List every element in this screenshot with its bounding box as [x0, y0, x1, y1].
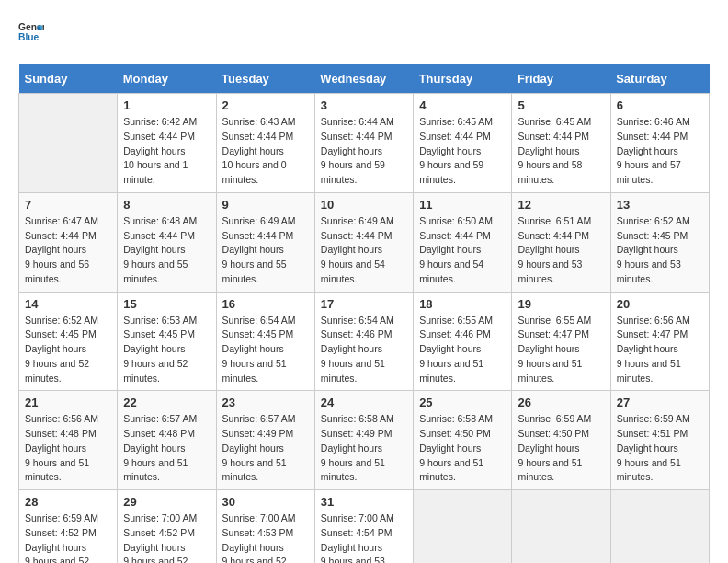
- day-info: Sunrise: 6:58 AM Sunset: 4:50 PM Dayligh…: [419, 412, 506, 485]
- calendar-cell: 15 Sunrise: 6:53 AM Sunset: 4:45 PM Dayl…: [118, 292, 216, 391]
- calendar-cell: 30 Sunrise: 7:00 AM Sunset: 4:53 PM Dayl…: [216, 490, 314, 564]
- calendar-cell: 16 Sunrise: 6:54 AM Sunset: 4:45 PM Dayl…: [216, 292, 314, 391]
- day-number: 13: [617, 198, 703, 212]
- day-number: 16: [222, 297, 309, 311]
- day-number: 31: [321, 495, 407, 509]
- day-info: Sunrise: 6:57 AM Sunset: 4:49 PM Dayligh…: [222, 412, 309, 485]
- calendar-cell: 14 Sunrise: 6:52 AM Sunset: 4:45 PM Dayl…: [19, 292, 118, 391]
- day-number: 19: [518, 297, 604, 311]
- day-info: Sunrise: 6:42 AM Sunset: 4:44 PM Dayligh…: [123, 115, 210, 188]
- calendar-cell: 1 Sunrise: 6:42 AM Sunset: 4:44 PM Dayli…: [118, 94, 216, 193]
- calendar-cell: [414, 490, 512, 564]
- day-number: 8: [123, 198, 210, 212]
- calendar-cell: 3 Sunrise: 6:44 AM Sunset: 4:44 PM Dayli…: [314, 94, 413, 193]
- calendar-cell: 8 Sunrise: 6:48 AM Sunset: 4:44 PM Dayli…: [118, 192, 216, 292]
- calendar-cell: [512, 490, 610, 564]
- day-info: Sunrise: 6:54 AM Sunset: 4:45 PM Dayligh…: [222, 314, 309, 386]
- calendar-cell: 23 Sunrise: 6:57 AM Sunset: 4:49 PM Dayl…: [216, 391, 314, 490]
- calendar-cell: 24 Sunrise: 6:58 AM Sunset: 4:49 PM Dayl…: [314, 391, 413, 490]
- calendar-cell: 20 Sunrise: 6:56 AM Sunset: 4:47 PM Dayl…: [610, 292, 709, 391]
- day-info: Sunrise: 7:00 AM Sunset: 4:53 PM Dayligh…: [222, 511, 309, 563]
- day-info: Sunrise: 6:49 AM Sunset: 4:44 PM Dayligh…: [222, 214, 309, 287]
- calendar-cell: 9 Sunrise: 6:49 AM Sunset: 4:44 PM Dayli…: [216, 192, 314, 292]
- calendar-cell: 7 Sunrise: 6:47 AM Sunset: 4:44 PM Dayli…: [19, 192, 118, 292]
- calendar-cell: 28 Sunrise: 6:59 AM Sunset: 4:52 PM Dayl…: [19, 490, 118, 564]
- calendar-cell: 4 Sunrise: 6:45 AM Sunset: 4:44 PM Dayli…: [414, 94, 512, 193]
- calendar-cell: 13 Sunrise: 6:52 AM Sunset: 4:45 PM Dayl…: [610, 192, 709, 292]
- calendar-cell: 21 Sunrise: 6:56 AM Sunset: 4:48 PM Dayl…: [19, 391, 118, 490]
- calendar-cell: 5 Sunrise: 6:45 AM Sunset: 4:44 PM Dayli…: [512, 94, 610, 193]
- day-info: Sunrise: 6:55 AM Sunset: 4:46 PM Dayligh…: [419, 314, 506, 386]
- day-info: Sunrise: 6:43 AM Sunset: 4:44 PM Dayligh…: [222, 115, 309, 188]
- day-number: 3: [321, 98, 407, 112]
- calendar-cell: 11 Sunrise: 6:50 AM Sunset: 4:44 PM Dayl…: [414, 192, 512, 292]
- day-number: 6: [617, 98, 703, 112]
- calendar-cell: 17 Sunrise: 6:54 AM Sunset: 4:46 PM Dayl…: [314, 292, 413, 391]
- day-info: Sunrise: 6:57 AM Sunset: 4:48 PM Dayligh…: [123, 412, 210, 485]
- calendar-cell: 25 Sunrise: 6:58 AM Sunset: 4:50 PM Dayl…: [414, 391, 512, 490]
- day-number: 10: [321, 198, 407, 212]
- day-info: Sunrise: 6:45 AM Sunset: 4:44 PM Dayligh…: [419, 115, 506, 188]
- day-info: Sunrise: 7:00 AM Sunset: 4:52 PM Dayligh…: [123, 511, 210, 563]
- day-number: 18: [419, 297, 506, 311]
- day-info: Sunrise: 6:59 AM Sunset: 4:51 PM Dayligh…: [617, 412, 703, 485]
- day-number: 29: [123, 495, 210, 509]
- day-info: Sunrise: 6:47 AM Sunset: 4:44 PM Dayligh…: [25, 214, 111, 287]
- day-header-tuesday: Tuesday: [216, 64, 314, 94]
- calendar-cell: 31 Sunrise: 7:00 AM Sunset: 4:54 PM Dayl…: [314, 490, 413, 564]
- day-number: 4: [419, 98, 506, 112]
- day-header-friday: Friday: [512, 64, 610, 94]
- day-number: 14: [25, 297, 111, 311]
- day-info: Sunrise: 6:50 AM Sunset: 4:44 PM Dayligh…: [419, 214, 506, 287]
- day-number: 11: [419, 198, 506, 212]
- day-info: Sunrise: 6:54 AM Sunset: 4:46 PM Dayligh…: [321, 314, 407, 386]
- calendar-cell: 26 Sunrise: 6:59 AM Sunset: 4:50 PM Dayl…: [512, 391, 610, 490]
- day-number: 9: [222, 198, 309, 212]
- calendar-cell: 2 Sunrise: 6:43 AM Sunset: 4:44 PM Dayli…: [216, 94, 314, 193]
- day-info: Sunrise: 6:46 AM Sunset: 4:44 PM Dayligh…: [617, 115, 703, 188]
- day-number: 28: [25, 495, 111, 509]
- day-number: 2: [222, 98, 309, 112]
- day-info: Sunrise: 6:51 AM Sunset: 4:44 PM Dayligh…: [518, 214, 604, 287]
- day-info: Sunrise: 6:45 AM Sunset: 4:44 PM Dayligh…: [518, 115, 604, 188]
- day-info: Sunrise: 6:52 AM Sunset: 4:45 PM Dayligh…: [25, 314, 111, 386]
- day-header-thursday: Thursday: [414, 64, 512, 94]
- day-header-sunday: Sunday: [19, 64, 118, 94]
- calendar-cell: 27 Sunrise: 6:59 AM Sunset: 4:51 PM Dayl…: [610, 391, 709, 490]
- day-number: 7: [25, 198, 111, 212]
- calendar-cell: 12 Sunrise: 6:51 AM Sunset: 4:44 PM Dayl…: [512, 192, 610, 292]
- calendar-cell: 19 Sunrise: 6:55 AM Sunset: 4:47 PM Dayl…: [512, 292, 610, 391]
- day-number: 17: [321, 297, 407, 311]
- day-number: 23: [222, 396, 309, 409]
- day-info: Sunrise: 6:49 AM Sunset: 4:44 PM Dayligh…: [321, 214, 407, 287]
- day-number: 25: [419, 396, 506, 409]
- calendar-cell: 29 Sunrise: 7:00 AM Sunset: 4:52 PM Dayl…: [118, 490, 216, 564]
- calendar-cell: 22 Sunrise: 6:57 AM Sunset: 4:48 PM Dayl…: [118, 391, 216, 490]
- day-info: Sunrise: 6:53 AM Sunset: 4:45 PM Dayligh…: [123, 314, 210, 386]
- day-info: Sunrise: 7:00 AM Sunset: 4:54 PM Dayligh…: [321, 511, 407, 563]
- calendar-cell: [19, 94, 118, 193]
- day-info: Sunrise: 6:58 AM Sunset: 4:49 PM Dayligh…: [321, 412, 407, 485]
- day-info: Sunrise: 6:56 AM Sunset: 4:48 PM Dayligh…: [25, 412, 111, 485]
- day-info: Sunrise: 6:59 AM Sunset: 4:52 PM Dayligh…: [25, 511, 111, 563]
- day-number: 15: [123, 297, 210, 311]
- calendar-cell: 10 Sunrise: 6:49 AM Sunset: 4:44 PM Dayl…: [314, 192, 413, 292]
- day-info: Sunrise: 6:44 AM Sunset: 4:44 PM Dayligh…: [321, 115, 407, 188]
- day-number: 26: [518, 396, 604, 409]
- logo: General Blue: [18, 18, 48, 44]
- day-number: 20: [617, 297, 703, 311]
- calendar-cell: 6 Sunrise: 6:46 AM Sunset: 4:44 PM Dayli…: [610, 94, 709, 193]
- day-header-wednesday: Wednesday: [314, 64, 413, 94]
- day-info: Sunrise: 6:56 AM Sunset: 4:47 PM Dayligh…: [617, 314, 703, 386]
- day-number: 24: [321, 396, 407, 409]
- day-number: 22: [123, 396, 210, 409]
- day-info: Sunrise: 6:59 AM Sunset: 4:50 PM Dayligh…: [518, 412, 604, 485]
- day-number: 27: [617, 396, 703, 409]
- logo-icon: General Blue: [18, 18, 44, 44]
- calendar-cell: [610, 490, 709, 564]
- day-header-monday: Monday: [118, 64, 216, 94]
- day-number: 12: [518, 198, 604, 212]
- day-number: 30: [222, 495, 309, 509]
- svg-text:Blue: Blue: [18, 32, 40, 42]
- day-info: Sunrise: 6:48 AM Sunset: 4:44 PM Dayligh…: [123, 214, 210, 287]
